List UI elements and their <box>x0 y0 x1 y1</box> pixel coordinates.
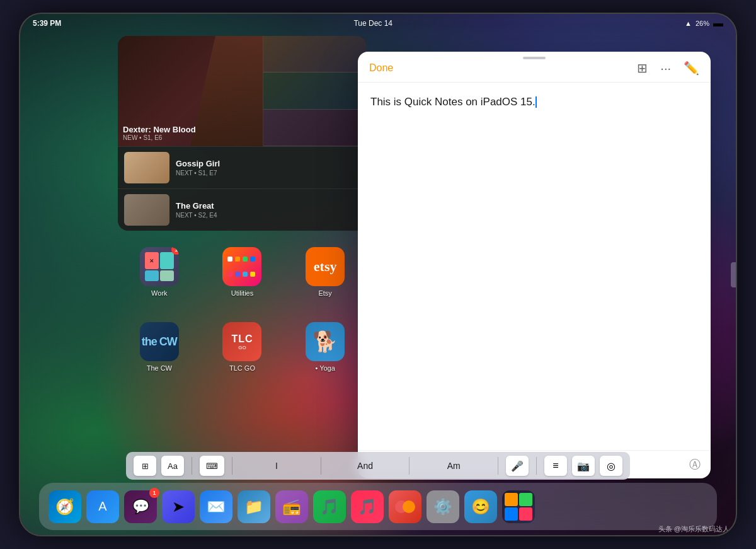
dock: 🧭 A 💬 1 ➤ ✉️ 📁 📻 🎵 🎵 ⚙️ 😊 <box>39 483 717 530</box>
kb-separator-6 <box>536 457 537 475</box>
folder-dot-1: ✕ <box>145 252 159 269</box>
ipad-frame: 5:39 PM Tue Dec 14 ▲ 26% ▬ Dexter: New B… <box>19 13 737 536</box>
kb-list-btn[interactable]: ≡ <box>544 456 567 476</box>
apps-area: ✕ 1 Work <box>118 247 367 372</box>
tv-gossip-title: Gossip Girl <box>176 159 360 168</box>
utilities-label: Utilities <box>231 289 253 297</box>
tv-great-info: The Great NEXT • S2, E4 <box>176 201 360 219</box>
notes-format-icon[interactable]: Ⓐ <box>689 457 701 472</box>
dock-slack-icon[interactable]: 💬 1 <box>124 490 157 523</box>
kb-suggestion-1[interactable]: I <box>240 456 313 476</box>
app-etsy-wrap[interactable]: etsy Etsy <box>300 247 350 297</box>
tv-thumb-2 <box>263 72 367 109</box>
kb-suggestion-3[interactable]: Am <box>417 456 490 476</box>
tlcgo-icon: TLC GO <box>222 322 261 361</box>
dock-settings-icon[interactable]: ⚙️ <box>427 490 459 523</box>
tv-gossip-thumbnail <box>124 152 169 183</box>
kb-separator-1 <box>192 457 192 475</box>
dock-music2-icon[interactable]: 🎵 <box>351 490 384 523</box>
tv-list: Gossip Girl NEXT • S1, E7 The Great NEXT… <box>118 146 367 231</box>
notes-done-button[interactable]: Done <box>369 62 393 74</box>
app-utilities-wrap[interactable]: Utilities <box>217 247 267 297</box>
kb-separator-4 <box>409 457 410 475</box>
table-icon: ⊞ <box>142 461 149 471</box>
tv-thumb-3 <box>263 110 367 146</box>
tv-great-ep: NEXT • S2, E4 <box>176 212 360 219</box>
dock-widget-icon[interactable] <box>502 490 535 523</box>
work-label: Work <box>151 289 167 297</box>
folder-dot-2 <box>160 252 174 269</box>
tv-great-thumbnail <box>124 194 169 226</box>
scan-icon: ◎ <box>607 460 616 472</box>
cw-label: The CW <box>147 364 172 372</box>
dock-arrow-icon[interactable]: ➤ <box>162 490 195 523</box>
notes-content[interactable]: This is Quick Notes on iPadOS 15. <box>358 83 711 450</box>
font-icon: Aa <box>168 461 178 471</box>
mic-icon: 🎤 <box>511 460 524 472</box>
kb-separator-5 <box>498 457 498 475</box>
tv-gossip-info: Gossip Girl NEXT • S1, E7 <box>176 159 360 176</box>
notes-cursor <box>536 96 537 108</box>
dock-safari-icon[interactable]: 🧭 <box>49 490 81 523</box>
quick-notes-panel[interactable]: Done ⊞ ··· ✏️ This is Quick Notes on iPa… <box>358 52 711 478</box>
cw-text: the CW <box>142 335 177 349</box>
kb-separator-2 <box>232 457 232 475</box>
notes-actions: ⊞ ··· ✏️ <box>637 61 699 76</box>
app-tlcgo-wrap[interactable]: TLC GO TLC GO <box>217 322 267 372</box>
utilities-folder-icon <box>222 247 261 286</box>
kb-table-btn[interactable]: ⊞ <box>134 456 156 476</box>
kb-camera-btn[interactable]: 📷 <box>572 456 595 476</box>
tv-hero: Dexter: New Blood NEW • S1, E6 <box>118 36 367 146</box>
battery-icon: ▬ <box>713 18 723 29</box>
etsy-text: etsy <box>314 258 337 275</box>
keyboard-icon: ⌨ <box>206 461 218 471</box>
yoga-label: • Yoga <box>315 364 335 372</box>
list-icon: ≡ <box>553 460 558 471</box>
dock-podcast-icon[interactable]: 📻 <box>275 490 308 523</box>
tv-gossip-ep: NEXT • S1, E7 <box>176 170 360 176</box>
tv-hero-title: Dexter: New Blood <box>123 125 196 134</box>
kb-font-btn[interactable]: Aa <box>161 456 184 476</box>
app-cw-wrap[interactable]: the CW The CW <box>134 322 185 372</box>
dock-mastercard-icon[interactable] <box>389 490 421 523</box>
tv-hero-ep: NEW • S1, E6 <box>123 134 196 141</box>
kb-suggestion-2[interactable]: And <box>329 456 402 476</box>
kb-keyboard-btn[interactable]: ⌨ <box>200 456 224 476</box>
notes-edit-icon[interactable]: ✏️ <box>684 61 699 76</box>
yoga-emoji: 🐕 <box>312 330 338 354</box>
tlcgo-label: TLC GO <box>229 364 255 372</box>
status-right: ▲ 26% ▬ <box>685 18 723 29</box>
app-row-1: ✕ 1 Work <box>118 247 367 297</box>
kb-separator-3 <box>321 457 321 475</box>
folder-dot-4 <box>160 270 174 281</box>
app-yoga-wrap[interactable]: 🐕 • Yoga <box>300 322 350 372</box>
notes-grid-icon[interactable]: ⊞ <box>637 61 648 76</box>
notes-drag-handle[interactable] <box>523 57 546 59</box>
dock-files-icon[interactable]: 📁 <box>238 490 270 523</box>
dock-mail-icon[interactable]: ✉️ <box>200 490 232 523</box>
etsy-label: Etsy <box>318 289 331 297</box>
app-work-wrap[interactable]: ✕ 1 Work <box>134 247 185 297</box>
tlc-text: TLC <box>231 333 253 345</box>
dock-music1-icon[interactable]: 🎵 <box>313 490 346 523</box>
folder-dot-3 <box>145 270 159 281</box>
notes-more-icon[interactable]: ··· <box>660 61 671 76</box>
tlc-go-text: GO <box>238 345 246 350</box>
battery-percent: 26% <box>696 20 709 27</box>
kb-scan-btn[interactable]: ◎ <box>600 456 622 476</box>
status-bar: 5:39 PM Tue Dec 14 ▲ 26% ▬ <box>20 14 736 33</box>
watermark: 头条 @淘乐乐数码达人 <box>658 524 730 534</box>
tlc-inner: TLC GO <box>231 333 253 350</box>
status-time: 5:39 PM <box>33 19 61 28</box>
yoga-icon: 🐕 <box>306 322 345 361</box>
tv-list-item-great[interactable]: The Great NEXT • S2, E4 <box>118 188 367 231</box>
tv-list-item-gossip[interactable]: Gossip Girl NEXT • S1, E7 <box>118 146 367 188</box>
dock-appstore-icon[interactable]: A <box>86 490 119 523</box>
tv-widget[interactable]: Dexter: New Blood NEW • S1, E6 Gossip Gi… <box>118 36 367 231</box>
tv-hero-content: Dexter: New Blood NEW • S1, E6 <box>123 125 196 141</box>
side-handle[interactable] <box>731 262 736 287</box>
dock-finder-icon[interactable]: 😊 <box>464 490 497 523</box>
app-row-2: the CW The CW TLC GO TLC GO 🐕 • <box>118 322 367 372</box>
kb-mic-btn[interactable]: 🎤 <box>506 456 529 476</box>
slack-badge: 1 <box>149 488 159 498</box>
